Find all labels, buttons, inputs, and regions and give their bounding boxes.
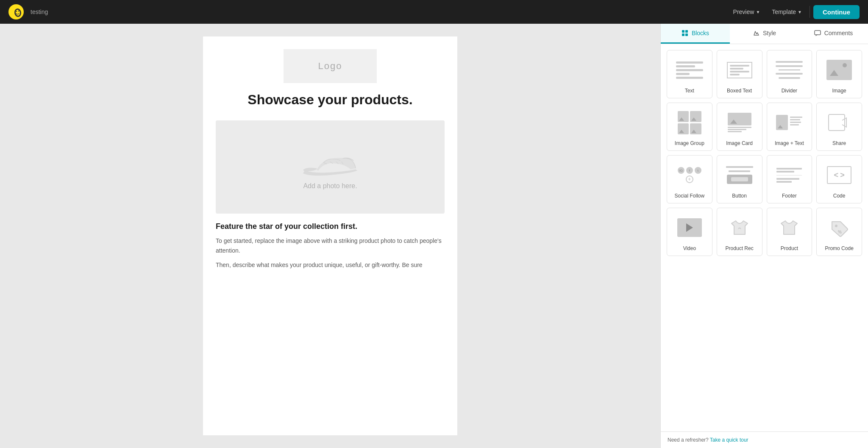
- block-image-text[interactable]: Image + Text: [767, 103, 812, 151]
- facebook-icon: f: [686, 167, 693, 174]
- product-rec-block-icon: [723, 214, 757, 241]
- play-icon: [686, 223, 693, 232]
- product-tshirt-icon: [778, 217, 801, 238]
- svg-rect-5: [682, 30, 684, 33]
- text-block-label: Text: [685, 88, 694, 94]
- block-social-follow[interactable]: IG f t + Social Follow: [667, 155, 712, 203]
- product-block-label: Product: [781, 245, 798, 251]
- image-group-block-icon: [673, 109, 707, 136]
- button-preview-icon: [727, 175, 752, 184]
- mailchimp-logo: [8, 4, 24, 19]
- share-block-label: Share: [832, 140, 846, 146]
- product-rec-block-label: Product Rec: [726, 245, 754, 251]
- footer-block-icon: [772, 161, 806, 189]
- block-image-group[interactable]: Image Group: [667, 103, 712, 151]
- button-block-label: Button: [732, 193, 747, 199]
- block-divider[interactable]: Divider: [767, 50, 812, 98]
- template-button[interactable]: Template ▼: [768, 6, 806, 18]
- code-block-icon: < >: [822, 161, 856, 189]
- tab-blocks[interactable]: Blocks: [661, 24, 730, 44]
- topnav-divider: [810, 6, 810, 18]
- preview-button[interactable]: Preview ▼: [729, 6, 765, 18]
- social-follow-block-icon: IG f t +: [673, 161, 707, 189]
- code-right-bracket-icon: >: [840, 171, 845, 180]
- template-chevron-icon: ▼: [798, 10, 802, 14]
- text-block-icon: [673, 56, 707, 83]
- block-share[interactable]: Share: [816, 103, 862, 151]
- tab-style[interactable]: Style: [730, 24, 799, 44]
- video-block-icon: [673, 214, 707, 241]
- block-image[interactable]: Image: [816, 50, 862, 98]
- image-text-block-label: Image + Text: [775, 140, 804, 146]
- panel-footer: Need a refresher? Take a quick tour: [661, 431, 868, 448]
- email-image-placeholder-text: Add a photo here.: [303, 182, 357, 190]
- divider-block-label: Divider: [782, 88, 797, 94]
- image-card-block-label: Image Card: [726, 140, 753, 146]
- email-body-text-2[interactable]: Then, describe what makes your product u…: [216, 260, 445, 270]
- block-video[interactable]: Video: [667, 208, 712, 256]
- footer-block-label: Footer: [782, 193, 797, 199]
- preview-chevron-icon: ▼: [756, 10, 760, 14]
- block-image-card[interactable]: Image Card: [717, 103, 762, 151]
- svg-point-3: [16, 11, 17, 12]
- share-block-icon: [822, 109, 856, 136]
- svg-rect-10: [829, 114, 845, 131]
- code-block-label: Code: [833, 193, 846, 199]
- top-navigation: testing Preview ▼ Template ▼ Continue: [0, 0, 868, 24]
- email-body-text-1[interactable]: To get started, replace the image above …: [216, 236, 445, 255]
- blocks-grid: Text Boxed Text: [661, 44, 868, 431]
- code-left-bracket-icon: <: [834, 171, 839, 180]
- email-image-block[interactable]: Add a photo here.: [216, 120, 445, 214]
- block-footer[interactable]: Footer: [767, 155, 812, 203]
- promo-code-block-label: Promo Code: [825, 245, 853, 251]
- social-follow-block-label: Social Follow: [675, 193, 705, 199]
- image-block-icon: [822, 56, 856, 83]
- block-text[interactable]: Text: [667, 50, 712, 98]
- boxed-text-block-icon: [723, 56, 757, 83]
- video-block-label: Video: [683, 245, 696, 251]
- svg-point-11: [835, 225, 837, 227]
- email-logo-placeholder[interactable]: Logo: [284, 49, 377, 83]
- block-button[interactable]: Button: [717, 155, 762, 203]
- button-block-icon: [723, 161, 757, 189]
- panel-tabs: Blocks Style Comments: [661, 24, 868, 44]
- image-card-block-icon: [723, 109, 757, 136]
- shoe-illustration: [296, 144, 364, 182]
- promo-tag-icon: %: [828, 217, 851, 238]
- twitter-icon: t: [695, 167, 701, 174]
- image-block-label: Image: [832, 88, 846, 94]
- svg-rect-6: [685, 30, 688, 33]
- footer-refresher-text: Need a refresher?: [668, 437, 709, 443]
- style-icon: [753, 30, 760, 36]
- right-panel: Blocks Style Comments: [660, 24, 868, 448]
- instagram-icon: IG: [678, 167, 684, 174]
- document-title: testing: [31, 8, 48, 15]
- boxed-text-block-label: Boxed Text: [727, 88, 752, 94]
- divider-block-icon: [772, 56, 806, 83]
- svg-rect-8: [685, 33, 688, 36]
- image-group-block-label: Image Group: [675, 140, 704, 146]
- block-boxed-text[interactable]: Boxed Text: [717, 50, 762, 98]
- svg-rect-7: [682, 33, 684, 36]
- email-subheading[interactable]: Feature the star of your collection firs…: [216, 222, 445, 231]
- continue-button[interactable]: Continue: [813, 5, 860, 19]
- comments-icon: [814, 30, 821, 36]
- svg-text:%: %: [838, 230, 842, 234]
- block-code[interactable]: < > Code: [816, 155, 862, 203]
- main-area: Logo Showcase your products.: [0, 24, 868, 448]
- block-product-rec[interactable]: Product Rec: [717, 208, 762, 256]
- share-icon-svg: [827, 113, 851, 132]
- block-promo-code[interactable]: % Promo Code: [816, 208, 862, 256]
- email-preview: Logo Showcase your products.: [203, 36, 457, 435]
- block-product[interactable]: Product: [767, 208, 812, 256]
- add-social-icon: +: [686, 175, 693, 183]
- product-block-icon: [772, 214, 806, 241]
- product-rec-tshirt-icon: [728, 217, 751, 238]
- email-headline[interactable]: Showcase your products.: [216, 92, 445, 108]
- quick-tour-link[interactable]: Take a quick tour: [710, 437, 748, 443]
- blocks-icon: [682, 30, 688, 36]
- svg-rect-9: [815, 31, 821, 35]
- topnav-right-actions: Preview ▼ Template ▼ Continue: [729, 5, 860, 19]
- image-text-block-icon: [772, 109, 806, 136]
- tab-comments[interactable]: Comments: [799, 24, 868, 44]
